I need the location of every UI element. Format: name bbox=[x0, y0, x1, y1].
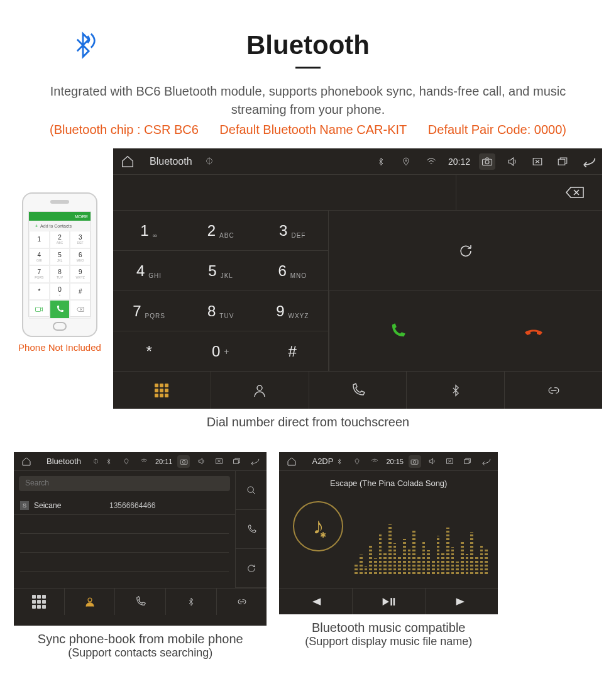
dialer-key-9[interactable]: 9WXYZ bbox=[256, 290, 328, 331]
gps-icon bbox=[351, 455, 363, 468]
phone-key-2: 2ABC bbox=[50, 231, 70, 248]
camera-icon[interactable] bbox=[177, 455, 190, 468]
backspace-button[interactable] bbox=[456, 175, 602, 210]
contacts-caption: Sync phone-book from mobile phone (Suppo… bbox=[14, 632, 267, 660]
phone-video-icon bbox=[29, 300, 50, 319]
tab-call-log[interactable] bbox=[309, 372, 407, 409]
dialer-key-2[interactable]: 2ABC bbox=[185, 210, 256, 250]
phone-key-9: 9WXYZ bbox=[70, 265, 91, 283]
contact-initial-badge: S bbox=[20, 501, 29, 510]
bluetooth-icon bbox=[333, 455, 346, 468]
camera-icon[interactable] bbox=[409, 455, 421, 468]
back-icon[interactable] bbox=[580, 153, 596, 170]
phone-key-3: 3DEF bbox=[70, 231, 91, 248]
statusbar-title: Bluetooth bbox=[47, 456, 81, 466]
headunit-music: A2DP 20:15 Escape (The Pina Colada Song) bbox=[279, 452, 498, 614]
phone-delete-icon bbox=[70, 300, 91, 319]
dialer-key-5[interactable]: 5JKL bbox=[185, 250, 256, 290]
dialer-key-8[interactable]: 8TUV bbox=[185, 290, 256, 331]
back-icon[interactable] bbox=[248, 455, 260, 468]
tab-call-log[interactable] bbox=[114, 589, 165, 615]
dialer-key-1[interactable]: 1∞ bbox=[113, 210, 185, 250]
wifi-icon bbox=[138, 455, 150, 468]
spec-chip: (Bluetooth chip : CSR BC6 bbox=[50, 123, 199, 136]
number-display bbox=[113, 175, 456, 210]
svg-rect-16 bbox=[465, 460, 470, 464]
home-icon[interactable] bbox=[285, 455, 298, 468]
album-art-icon: ♪ bbox=[293, 501, 343, 551]
statusbar-title: Bluetooth bbox=[150, 156, 192, 167]
call-button[interactable] bbox=[329, 290, 465, 371]
close-icon[interactable] bbox=[529, 153, 546, 170]
svg-point-12 bbox=[88, 598, 92, 602]
contact-number: 13566664466 bbox=[109, 501, 155, 510]
tab-contacts[interactable] bbox=[64, 589, 115, 615]
headunit-dialer: Bluetooth ⏀ 20:12 1∞2ABC3DEF bbox=[113, 148, 602, 409]
volume-icon[interactable] bbox=[426, 455, 439, 468]
back-icon[interactable] bbox=[479, 455, 492, 468]
dialer-key-7[interactable]: 7PQRS bbox=[113, 290, 185, 331]
svg-rect-5 bbox=[558, 159, 565, 165]
dialer-key-#[interactable]: # bbox=[256, 331, 328, 371]
recent-apps-icon[interactable] bbox=[461, 455, 474, 468]
refresh-button[interactable] bbox=[329, 210, 602, 290]
bluetooth-icon bbox=[102, 455, 115, 468]
phone-key-5: 5JKL bbox=[50, 248, 70, 266]
home-icon[interactable] bbox=[20, 455, 33, 468]
recent-apps-icon[interactable] bbox=[554, 153, 571, 170]
search-input[interactable]: Search bbox=[19, 476, 230, 491]
tab-contacts[interactable] bbox=[211, 372, 309, 409]
tab-dialpad[interactable] bbox=[14, 589, 64, 615]
phone-key-*: * bbox=[29, 283, 50, 301]
tab-bluetooth[interactable] bbox=[165, 589, 216, 615]
side-call-button[interactable] bbox=[236, 510, 267, 549]
svg-rect-10 bbox=[234, 460, 239, 464]
phone-key-6: 6MNO bbox=[70, 248, 91, 266]
dialer-key-*[interactable]: * bbox=[113, 331, 185, 371]
gps-icon bbox=[120, 455, 133, 468]
tab-bluetooth[interactable] bbox=[406, 372, 504, 409]
recent-apps-icon[interactable] bbox=[230, 455, 243, 468]
svg-rect-18 bbox=[393, 598, 395, 606]
close-icon[interactable] bbox=[444, 455, 456, 468]
svg-point-14 bbox=[414, 460, 416, 463]
volume-icon[interactable] bbox=[504, 153, 520, 170]
camera-icon[interactable] bbox=[479, 153, 495, 170]
dialer-key-6[interactable]: 6MNO bbox=[256, 250, 328, 290]
bluetooth-icon bbox=[373, 153, 389, 170]
side-refresh-button[interactable] bbox=[236, 549, 267, 588]
dialer-key-3[interactable]: 3DEF bbox=[256, 210, 328, 250]
svg-point-1 bbox=[405, 160, 407, 161]
volume-icon[interactable] bbox=[195, 455, 207, 468]
usb-icon: ⏀ bbox=[201, 153, 217, 170]
phone-key-7: 7PQRS bbox=[29, 265, 50, 283]
music-visualizer bbox=[355, 517, 488, 574]
home-icon[interactable] bbox=[119, 153, 136, 170]
phone-illustration: MORE Add to Contacts 12ABC3DEF4GHI5JKL6M… bbox=[6, 148, 113, 409]
phone-menu-label: MORE bbox=[75, 214, 88, 219]
statusbar-time: 20:11 bbox=[155, 458, 173, 465]
svg-point-8 bbox=[182, 460, 185, 463]
prev-track-button[interactable] bbox=[279, 589, 351, 614]
dialer-key-0[interactable]: 0+ bbox=[185, 331, 256, 371]
gps-icon bbox=[398, 153, 414, 170]
svg-rect-0 bbox=[36, 307, 41, 312]
contact-row[interactable]: S Seicane 13566664466 bbox=[14, 496, 235, 515]
hangup-button[interactable] bbox=[466, 290, 602, 371]
usb-icon: ⏀ bbox=[90, 455, 102, 468]
phone-key-1: 1 bbox=[29, 231, 50, 248]
tab-dialpad[interactable] bbox=[113, 372, 211, 409]
spec-code: Default Pair Code: 0000) bbox=[428, 123, 566, 136]
close-icon[interactable] bbox=[212, 455, 225, 468]
song-title: Escape (The Pina Colada Song) bbox=[289, 479, 488, 488]
tab-pair[interactable] bbox=[504, 372, 602, 409]
bluetooth-signal-icon bbox=[69, 31, 97, 62]
tab-pair[interactable] bbox=[216, 589, 267, 615]
dialer-key-4[interactable]: 4GHI bbox=[113, 250, 185, 290]
svg-point-3 bbox=[485, 160, 489, 163]
side-search-button[interactable] bbox=[236, 471, 267, 510]
wifi-icon bbox=[423, 153, 439, 170]
svg-point-11 bbox=[248, 487, 253, 492]
next-track-button[interactable] bbox=[425, 589, 498, 614]
play-pause-button[interactable] bbox=[352, 589, 425, 614]
